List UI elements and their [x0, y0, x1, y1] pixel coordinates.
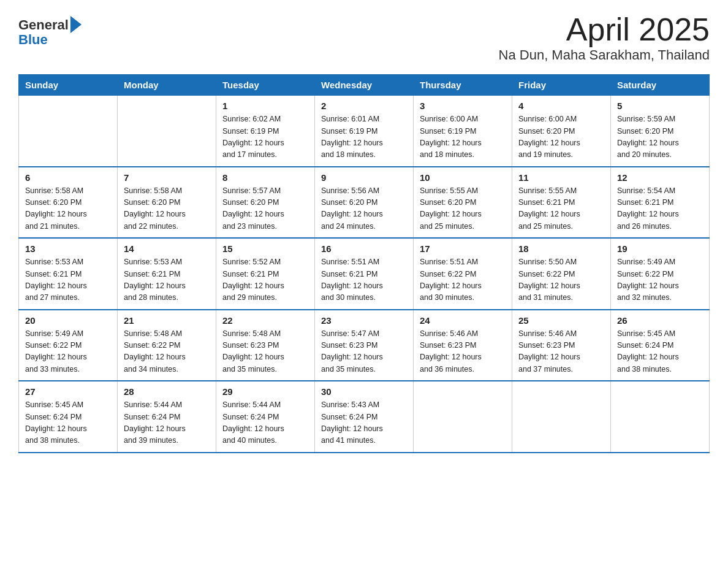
day-number: 29 [222, 386, 308, 397]
day-info: Sunrise: 5:48 AMSunset: 6:22 PMDaylight:… [124, 328, 210, 376]
day-number: 27 [25, 386, 111, 397]
day-info: Sunrise: 6:00 AMSunset: 6:20 PMDaylight:… [518, 113, 604, 161]
header-saturday: Saturday [611, 75, 710, 96]
day-info: Sunrise: 5:50 AMSunset: 6:22 PMDaylight:… [518, 256, 604, 304]
day-number: 8 [222, 172, 308, 183]
day-number: 23 [321, 315, 407, 326]
day-info: Sunrise: 6:00 AMSunset: 6:19 PMDaylight:… [420, 113, 506, 161]
day-number: 1 [222, 101, 308, 111]
header-wednesday: Wednesday [315, 75, 414, 96]
day-number: 11 [518, 172, 604, 183]
day-number: 25 [518, 315, 604, 326]
day-info: Sunrise: 5:43 AMSunset: 6:24 PMDaylight:… [321, 399, 407, 447]
day-cell [611, 381, 710, 453]
day-cell: 3Sunrise: 6:00 AMSunset: 6:19 PMDaylight… [414, 96, 512, 167]
day-cell [414, 381, 512, 453]
day-cell: 5Sunrise: 5:59 AMSunset: 6:20 PMDaylight… [611, 96, 710, 167]
day-number: 20 [25, 315, 111, 326]
day-info: Sunrise: 5:53 AMSunset: 6:21 PMDaylight:… [124, 256, 210, 304]
day-cell: 22Sunrise: 5:48 AMSunset: 6:23 PMDayligh… [216, 310, 315, 381]
day-cell: 26Sunrise: 5:45 AMSunset: 6:24 PMDayligh… [611, 310, 710, 381]
day-info: Sunrise: 5:54 AMSunset: 6:21 PMDaylight:… [617, 185, 703, 233]
day-cell: 1Sunrise: 6:02 AMSunset: 6:19 PMDaylight… [216, 96, 315, 167]
day-number: 19 [617, 243, 703, 254]
day-number: 10 [420, 172, 506, 183]
day-cell: 10Sunrise: 5:55 AMSunset: 6:20 PMDayligh… [414, 167, 512, 239]
day-info: Sunrise: 5:49 AMSunset: 6:22 PMDaylight:… [617, 256, 703, 304]
day-cell: 11Sunrise: 5:55 AMSunset: 6:21 PMDayligh… [512, 167, 611, 239]
week-row-5: 27Sunrise: 5:45 AMSunset: 6:24 PMDayligh… [19, 381, 710, 453]
day-info: Sunrise: 5:56 AMSunset: 6:20 PMDaylight:… [321, 185, 407, 233]
day-number: 5 [617, 101, 703, 111]
day-info: Sunrise: 5:58 AMSunset: 6:20 PMDaylight:… [25, 185, 111, 233]
day-cell: 4Sunrise: 6:00 AMSunset: 6:20 PMDaylight… [512, 96, 611, 167]
day-number: 9 [321, 172, 407, 183]
day-cell: 19Sunrise: 5:49 AMSunset: 6:22 PMDayligh… [611, 238, 710, 310]
day-number: 16 [321, 243, 407, 254]
logo-arrow-icon [70, 16, 82, 33]
day-info: Sunrise: 5:51 AMSunset: 6:21 PMDaylight:… [321, 256, 407, 304]
day-info: Sunrise: 5:59 AMSunset: 6:20 PMDaylight:… [617, 113, 703, 161]
day-info: Sunrise: 5:58 AMSunset: 6:20 PMDaylight:… [124, 185, 210, 233]
day-info: Sunrise: 5:45 AMSunset: 6:24 PMDaylight:… [617, 328, 703, 376]
day-cell: 9Sunrise: 5:56 AMSunset: 6:20 PMDaylight… [315, 167, 414, 239]
day-info: Sunrise: 5:51 AMSunset: 6:22 PMDaylight:… [420, 256, 506, 304]
week-row-1: 1Sunrise: 6:02 AMSunset: 6:19 PMDaylight… [19, 96, 710, 167]
day-info: Sunrise: 5:44 AMSunset: 6:24 PMDaylight:… [124, 399, 210, 447]
day-info: Sunrise: 5:55 AMSunset: 6:21 PMDaylight:… [518, 185, 604, 233]
day-cell: 23Sunrise: 5:47 AMSunset: 6:23 PMDayligh… [315, 310, 414, 381]
day-number: 24 [420, 315, 506, 326]
day-cell: 16Sunrise: 5:51 AMSunset: 6:21 PMDayligh… [315, 238, 414, 310]
calendar-subtitle: Na Dun, Maha Sarakham, Thailand [499, 47, 710, 63]
day-number: 30 [321, 386, 407, 397]
calendar-table: Sunday Monday Tuesday Wednesday Thursday… [18, 74, 710, 453]
calendar-body: 1Sunrise: 6:02 AMSunset: 6:19 PMDaylight… [19, 96, 710, 453]
day-cell [512, 381, 611, 453]
day-cell: 12Sunrise: 5:54 AMSunset: 6:21 PMDayligh… [611, 167, 710, 239]
title-block: April 2025 Na Dun, Maha Sarakham, Thaila… [499, 12, 710, 63]
day-number: 2 [321, 101, 407, 111]
day-cell: 30Sunrise: 5:43 AMSunset: 6:24 PMDayligh… [315, 381, 414, 453]
day-info: Sunrise: 5:49 AMSunset: 6:22 PMDaylight:… [25, 328, 111, 376]
day-cell: 14Sunrise: 5:53 AMSunset: 6:21 PMDayligh… [118, 238, 216, 310]
day-info: Sunrise: 5:47 AMSunset: 6:23 PMDaylight:… [321, 328, 407, 376]
day-cell [19, 96, 118, 167]
week-row-2: 6Sunrise: 5:58 AMSunset: 6:20 PMDaylight… [19, 167, 710, 239]
day-cell [118, 96, 216, 167]
day-number: 3 [420, 101, 506, 111]
day-cell: 18Sunrise: 5:50 AMSunset: 6:22 PMDayligh… [512, 238, 611, 310]
day-info: Sunrise: 6:01 AMSunset: 6:19 PMDaylight:… [321, 113, 407, 161]
header-tuesday: Tuesday [216, 75, 315, 96]
day-number: 26 [617, 315, 703, 326]
day-info: Sunrise: 5:46 AMSunset: 6:23 PMDaylight:… [420, 328, 506, 376]
day-number: 22 [222, 315, 308, 326]
day-cell: 21Sunrise: 5:48 AMSunset: 6:22 PMDayligh… [118, 310, 216, 381]
day-number: 13 [25, 243, 111, 254]
logo: General Blue [18, 17, 82, 47]
header-friday: Friday [512, 75, 611, 96]
day-info: Sunrise: 5:53 AMSunset: 6:21 PMDaylight:… [25, 256, 111, 304]
day-cell: 27Sunrise: 5:45 AMSunset: 6:24 PMDayligh… [19, 381, 118, 453]
day-cell: 24Sunrise: 5:46 AMSunset: 6:23 PMDayligh… [414, 310, 512, 381]
logo-general: General [18, 18, 69, 32]
day-number: 7 [124, 172, 210, 183]
day-info: Sunrise: 6:02 AMSunset: 6:19 PMDaylight:… [222, 113, 308, 161]
day-info: Sunrise: 5:45 AMSunset: 6:24 PMDaylight:… [25, 399, 111, 447]
day-number: 4 [518, 101, 604, 111]
day-cell: 13Sunrise: 5:53 AMSunset: 6:21 PMDayligh… [19, 238, 118, 310]
day-cell: 29Sunrise: 5:44 AMSunset: 6:24 PMDayligh… [216, 381, 315, 453]
day-number: 18 [518, 243, 604, 254]
calendar-title: April 2025 [499, 12, 710, 47]
day-info: Sunrise: 5:44 AMSunset: 6:24 PMDaylight:… [222, 399, 308, 447]
day-info: Sunrise: 5:55 AMSunset: 6:20 PMDaylight:… [420, 185, 506, 233]
day-cell: 28Sunrise: 5:44 AMSunset: 6:24 PMDayligh… [118, 381, 216, 453]
header-sunday: Sunday [19, 75, 118, 96]
week-row-3: 13Sunrise: 5:53 AMSunset: 6:21 PMDayligh… [19, 238, 710, 310]
day-info: Sunrise: 5:48 AMSunset: 6:23 PMDaylight:… [222, 328, 308, 376]
logo-blue: Blue [18, 33, 82, 47]
day-number: 15 [222, 243, 308, 254]
day-number: 14 [124, 243, 210, 254]
header-thursday: Thursday [414, 75, 512, 96]
week-row-4: 20Sunrise: 5:49 AMSunset: 6:22 PMDayligh… [19, 310, 710, 381]
day-cell: 25Sunrise: 5:46 AMSunset: 6:23 PMDayligh… [512, 310, 611, 381]
